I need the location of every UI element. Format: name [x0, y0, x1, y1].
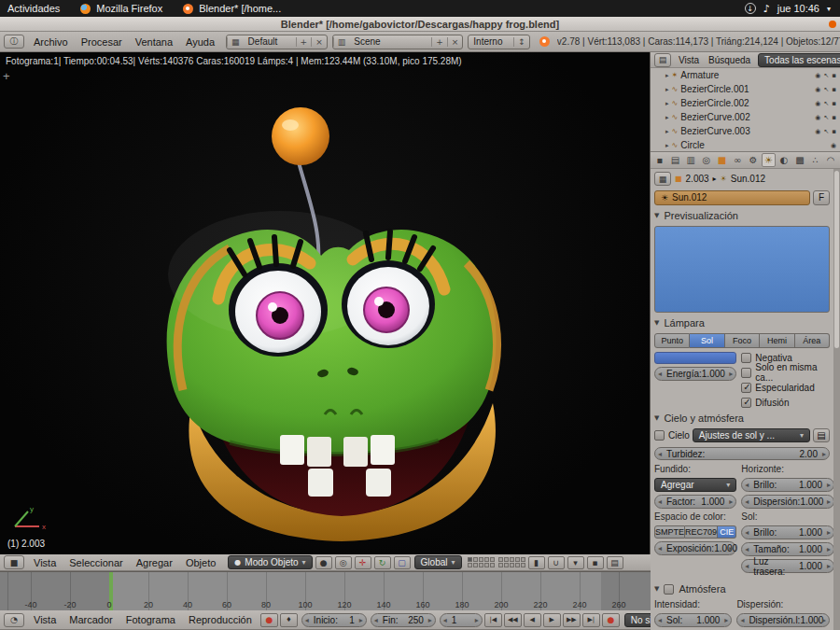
titlebar-indicator[interactable] — [829, 21, 836, 28]
scene-selector[interactable]: Scene — [332, 35, 464, 49]
tab-render-icon[interactable] — [652, 153, 667, 167]
render-engine-selector[interactable]: Interno — [468, 35, 530, 49]
checkbox-box[interactable] — [654, 430, 665, 441]
renderability-icon[interactable] — [832, 114, 836, 121]
outliner-menu-busqueda[interactable]: Búsqueda — [704, 55, 755, 65]
menu-seleccionar[interactable]: Seleccionar — [63, 557, 129, 568]
datablock-name-field[interactable]: Sun.012 — [654, 190, 810, 206]
specular-checkbox[interactable]: Especularidad — [741, 382, 830, 394]
panel-header-lamp[interactable]: Lámpara — [654, 316, 830, 329]
add-layout-icon[interactable] — [296, 37, 312, 47]
atmosphere-sun-slider[interactable]: Sol: 1.000 — [654, 613, 732, 627]
diffuse-checkbox[interactable]: Difusión — [741, 397, 830, 409]
mode-selector[interactable]: Modo Objeto — [228, 555, 312, 569]
editor-type-3dview-icon[interactable] — [4, 555, 24, 569]
software-update-icon[interactable] — [745, 3, 756, 14]
breadcrumb-data[interactable]: Sun.012 — [731, 174, 765, 184]
next-keyframe-button[interactable] — [563, 613, 581, 627]
menu-objeto[interactable]: Objeto — [179, 557, 222, 568]
manipulator-rotate-icon[interactable] — [374, 556, 391, 569]
tab-physics-icon[interactable] — [823, 153, 838, 167]
add-scene-icon[interactable] — [431, 37, 447, 47]
pivot-center-selector[interactable] — [335, 556, 352, 569]
opengl-render-icon[interactable] — [587, 556, 604, 569]
sun-brightness-slider[interactable]: Brillo: 1.000 — [741, 525, 833, 539]
manipulator-translate-icon[interactable] — [355, 556, 371, 569]
tab-object-icon[interactable] — [715, 153, 730, 167]
tab-texture-icon[interactable] — [792, 153, 807, 167]
layer-selector[interactable] — [468, 557, 525, 567]
blender-icon[interactable] — [183, 4, 193, 14]
lock-to-scene-icon[interactable] — [528, 556, 545, 569]
current-frame-field[interactable]: 1 — [440, 613, 483, 627]
outliner-item-beziercurve002[interactable]: BezierCurve.002 — [651, 110, 840, 124]
delete-layout-icon[interactable] — [311, 37, 327, 47]
menu-archivo[interactable]: Archivo — [27, 36, 75, 48]
colorspace-cie[interactable]: CIE — [718, 525, 736, 539]
outliner-display-mode[interactable]: Todas las escenas — [758, 53, 840, 67]
visibility-icon[interactable] — [831, 142, 836, 149]
blend-factor-slider[interactable]: Factor: 1.000 — [654, 495, 736, 509]
timeline-ruler[interactable]: -40-20 020 4060 80100 120140 160180 2002… — [0, 571, 651, 610]
turbidity-slider[interactable]: Turbidez: 2.00 — [654, 447, 830, 461]
menu-vista[interactable]: Vista — [27, 557, 63, 568]
energy-slider[interactable]: Energía: 1.000 — [654, 367, 736, 381]
renderability-icon[interactable] — [832, 100, 836, 107]
editor-type-outliner-icon[interactable] — [654, 53, 671, 67]
tab-lamp-data-icon[interactable] — [762, 153, 777, 167]
frame-start-field[interactable]: Inicio: 1 — [301, 613, 367, 627]
selectability-icon[interactable] — [823, 72, 829, 79]
tab-scene-icon[interactable] — [683, 153, 698, 167]
checkbox-box[interactable] — [741, 368, 751, 378]
visibility-icon[interactable] — [815, 128, 820, 135]
lamp-color-swatch[interactable] — [654, 352, 736, 364]
viewport-shading-selector[interactable] — [315, 556, 332, 569]
outliner-item-armature[interactable]: Armature — [651, 68, 840, 82]
editor-type-info-icon[interactable] — [4, 35, 24, 49]
lamp-type-area[interactable]: Área — [795, 333, 830, 348]
record-button[interactable] — [602, 613, 620, 627]
colorspace-smpte[interactable]: SMPTE — [654, 525, 685, 539]
exposure-slider[interactable]: Exposición: 1.000 — [654, 541, 736, 555]
3d-viewport[interactable]: Fotograma:1| Tiempo:00:04.53| Vérts:1403… — [0, 52, 651, 554]
menu-fotograma[interactable]: Fotograma — [119, 614, 182, 625]
outliner-item-circle[interactable]: Circle — [651, 138, 840, 152]
tab-particles-icon[interactable] — [808, 153, 823, 167]
tab-render-layers-icon[interactable] — [668, 153, 683, 167]
visibility-icon[interactable] — [815, 86, 820, 93]
screen-layout-selector[interactable]: Default — [226, 35, 328, 49]
activities-button[interactable]: Actividades — [7, 3, 60, 14]
disclosure-icon[interactable] — [665, 128, 669, 135]
menu-marcador[interactable]: Marcador — [63, 614, 119, 625]
clock[interactable]: jue 10:46 — [777, 3, 819, 14]
disclosure-icon[interactable] — [665, 72, 669, 79]
selectability-icon[interactable] — [823, 86, 829, 93]
selectability-icon[interactable] — [823, 100, 829, 107]
menu-procesar[interactable]: Procesar — [75, 36, 129, 48]
lamp-type-foco[interactable]: Foco — [725, 333, 760, 348]
selectability-icon[interactable] — [823, 128, 829, 135]
keying-set-icon[interactable] — [280, 613, 298, 627]
outliner-menu-vista[interactable]: Vista — [674, 55, 704, 65]
firefox-task-label[interactable]: Mozilla Firefox — [96, 3, 162, 14]
fake-user-button[interactable]: F — [813, 190, 830, 206]
disclosure-icon[interactable] — [665, 86, 669, 93]
prev-keyframe-button[interactable] — [504, 613, 522, 627]
delete-scene-icon[interactable] — [447, 37, 463, 47]
renderability-icon[interactable] — [832, 128, 836, 135]
tab-world-icon[interactable] — [699, 153, 714, 167]
blend-mode-selector[interactable]: Agregar — [654, 478, 736, 492]
panel-collapse-icon[interactable] — [654, 212, 659, 219]
checkbox-box[interactable] — [741, 353, 751, 363]
panel-collapse-icon[interactable] — [654, 319, 659, 327]
sky-checkbox[interactable]: Cielo — [654, 429, 690, 441]
menu-ventana[interactable]: Ventana — [129, 36, 179, 48]
outliner-item-beziercircle002[interactable]: BezierCircle.002 — [651, 96, 840, 110]
sun-size-slider[interactable]: Tamaño: 1.000 — [741, 542, 833, 556]
manipulator-scale-icon[interactable] — [394, 556, 411, 569]
snap-magnet-icon[interactable] — [548, 556, 565, 569]
toolshelf-expand-icon[interactable]: + — [3, 69, 10, 83]
checkbox-box[interactable] — [741, 398, 751, 408]
visibility-icon[interactable] — [815, 114, 820, 121]
opengl-render-anim-icon[interactable] — [607, 556, 623, 569]
